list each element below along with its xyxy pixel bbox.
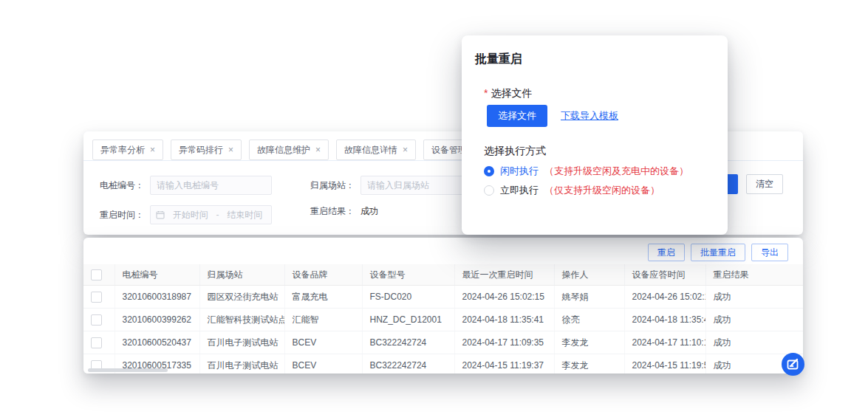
tab-label: 故障信息详情	[344, 144, 397, 156]
horizontal-scrollbar-thumb[interactable]	[88, 368, 168, 372]
option-label[interactable]: 立即执行	[500, 184, 539, 197]
station-label: 归属场站：	[310, 179, 355, 192]
restart-records-table: 电桩编号归属场站设备品牌设备型号最近一次重启时间操作人设备应答时间重启结果 32…	[83, 264, 803, 373]
cell-station: 百川电子测试电站	[199, 354, 284, 374]
table-body: 32010600318987 园区双泾街充电站 富晟充电 FS-DC020 20…	[83, 286, 803, 374]
column-header: 设备品牌	[284, 264, 362, 286]
cell-pile-id: 32010600520437	[115, 331, 199, 354]
row-checkbox[interactable]	[91, 314, 102, 326]
cell-response-time: 2024-04-17 11:10:12	[624, 331, 705, 354]
exec-section-label: 选择执行方式	[484, 145, 546, 158]
modal-title: 批量重启	[475, 52, 522, 67]
cell-brand: BCEV	[284, 331, 362, 354]
table-row: 32010600399262 汇能智科技测试站点 汇能智 HNZ_DC_D120…	[83, 309, 803, 331]
column-header: 设备应答时间	[624, 264, 705, 286]
tab-close-icon[interactable]: ×	[403, 145, 408, 154]
cell-model: BC322242724	[362, 354, 454, 374]
restart-result-select[interactable]: 成功	[360, 205, 378, 218]
page-tab[interactable]: 异常率分析 ×	[92, 140, 163, 160]
column-header: 归属场站	[199, 264, 284, 286]
choose-file-button[interactable]: 选择文件	[487, 105, 547, 127]
cell-operator: 李发龙	[554, 354, 624, 374]
column-header: 电桩编号	[115, 264, 199, 286]
tab-close-icon[interactable]: ×	[228, 145, 233, 154]
calendar-icon	[156, 210, 165, 219]
tab-label: 故障信息维护	[257, 144, 310, 156]
cell-response-time: 2024-04-18 11:35:41	[624, 309, 705, 331]
batch-restart-button[interactable]: 批量重启	[691, 244, 745, 261]
pile-id-filter: 电桩编号：	[100, 176, 272, 195]
table-row: 32010600318987 园区双泾街充电站 富晟充电 FS-DC020 20…	[83, 286, 803, 309]
required-mark: *	[484, 87, 488, 99]
feedback-fab-button[interactable]	[782, 353, 804, 376]
radio-selected-icon[interactable]	[484, 166, 494, 176]
cell-result: 成功	[705, 286, 803, 309]
restart-result-label: 重启结果：	[310, 205, 355, 218]
cell-result: 成功	[705, 309, 803, 331]
row-checkbox[interactable]	[91, 337, 102, 348]
table-row: 32010600520437 百川电子测试电站 BCEV BC322242724…	[83, 331, 803, 354]
tab-label: 异常码排行	[179, 144, 223, 156]
cell-station: 汇能智科技测试站点	[199, 309, 284, 331]
select-all-checkbox[interactable]	[91, 269, 102, 280]
cell-operator: 徐亮	[554, 309, 624, 331]
date-range-separator: -	[216, 210, 219, 220]
restart-time-label: 重启时间：	[100, 209, 144, 221]
cell-station: 百川电子测试电站	[199, 331, 284, 354]
cell-result: 成功	[705, 331, 803, 354]
cell-pile-id: 32010600318987	[115, 286, 199, 309]
cell-station: 园区双泾街充电站	[199, 286, 284, 309]
row-select-cell	[83, 309, 115, 331]
option-label[interactable]: 闲时执行	[500, 165, 539, 178]
cell-model: FS-DC020	[362, 286, 454, 309]
tab-close-icon[interactable]: ×	[150, 145, 155, 154]
row-select-cell	[83, 286, 115, 309]
page-tab[interactable]: 故障信息维护 ×	[249, 140, 329, 160]
batch-restart-modal: 批量重启 *选择文件 选择文件 下载导入模板 选择执行方式 闲时执行 （支持升级…	[462, 35, 728, 235]
cell-brand: BCEV	[284, 354, 362, 374]
date-range-input[interactable]: 开始时间 - 结束时间	[150, 205, 272, 224]
row-select-cell	[83, 331, 115, 354]
cell-brand: 富晟充电	[284, 286, 362, 309]
cell-last-restart-time: 2024-04-17 11:09:35	[454, 331, 554, 354]
result-table-panel: 重启 批量重启 导出 电桩编号归属场站设备品牌设备型号最近一次重启时间操作人设备…	[83, 238, 803, 373]
file-actions-row: 选择文件 下载导入模板	[487, 105, 618, 127]
end-time-placeholder[interactable]: 结束时间	[224, 209, 267, 221]
cell-last-restart-time: 2024-04-15 11:19:37	[454, 354, 554, 374]
form-edit-icon	[782, 353, 804, 376]
export-button[interactable]: 导出	[751, 244, 788, 261]
column-header: 重启结果	[705, 264, 803, 286]
download-template-link[interactable]: 下载导入模板	[561, 109, 618, 123]
column-header: 最近一次重启时间	[454, 264, 554, 286]
page-tab[interactable]: 故障信息详情 ×	[336, 140, 416, 160]
cell-last-restart-time: 2024-04-26 15:02:15	[454, 286, 554, 309]
option-note: （仅支持升级空闲的设备）	[544, 184, 660, 197]
column-header: 设备型号	[362, 264, 454, 286]
restart-button[interactable]: 重启	[648, 244, 685, 261]
option-idle-execute: 闲时执行 （支持升级空闲及充电中的设备）	[484, 165, 688, 178]
option-note: （支持升级空闲及充电中的设备）	[544, 165, 688, 178]
pile-id-input[interactable]	[150, 176, 272, 195]
start-time-placeholder[interactable]: 开始时间	[169, 209, 212, 221]
table-toolbar: 重启 批量重启 导出	[648, 244, 788, 261]
restart-time-filter: 重启时间： 开始时间 - 结束时间	[100, 205, 272, 224]
tab-close-icon[interactable]: ×	[315, 145, 321, 154]
cell-model: BC322242724	[362, 331, 454, 354]
cell-pile-id: 32010600399262	[115, 309, 199, 331]
cell-response-time: 2024-04-26 15:02:17	[624, 286, 705, 309]
column-header: 操作人	[554, 264, 624, 286]
clear-button[interactable]: 清空	[746, 174, 783, 194]
row-checkbox[interactable]	[91, 292, 102, 303]
station-filter: 归属场站：	[310, 176, 482, 195]
radio-unselected-icon[interactable]	[484, 185, 494, 196]
cell-response-time: 2024-04-15 11:19:58	[624, 354, 705, 374]
cell-last-restart-time: 2024-04-18 11:35:41	[454, 309, 554, 331]
pile-id-label: 电桩编号：	[100, 179, 144, 192]
restart-result-filter: 重启结果： 成功	[310, 205, 378, 218]
option-immediate-execute: 立即执行 （仅支持升级空闲的设备）	[484, 184, 660, 197]
page-tab[interactable]: 异常码排行 ×	[171, 140, 242, 160]
cell-operator: 姚琴娟	[554, 286, 624, 309]
file-section-label: *选择文件	[484, 87, 532, 100]
table-header-row: 电桩编号归属场站设备品牌设备型号最近一次重启时间操作人设备应答时间重启结果	[83, 264, 803, 286]
table-row: 32010600517335 百川电子测试电站 BCEV BC322242724…	[83, 354, 803, 374]
